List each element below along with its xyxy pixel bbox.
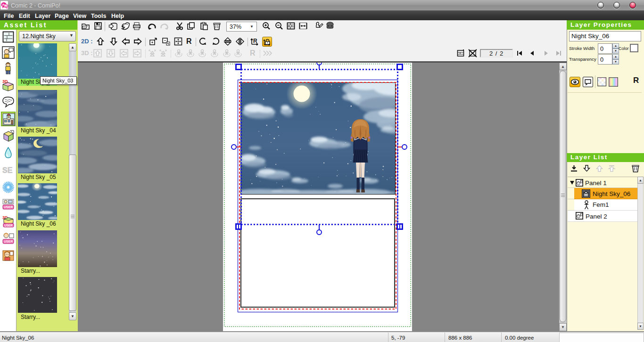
svg-text:USER: USER [4,224,13,227]
svg-text:SE: SE [2,166,13,174]
svg-text:P: P [2,3,5,7]
svg-text:USER: USER [4,240,13,243]
svg-text:o!: o! [5,5,8,8]
svg-text:USER: USER [4,205,13,209]
